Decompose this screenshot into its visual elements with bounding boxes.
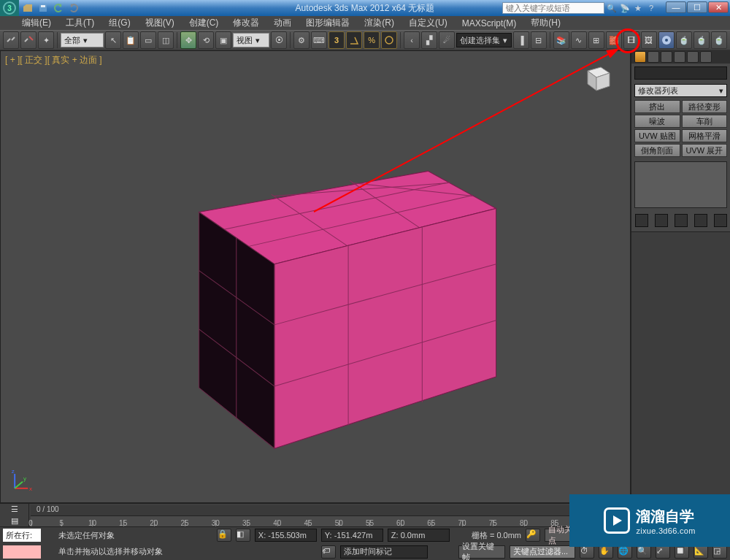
redo-icon[interactable] xyxy=(68,2,80,14)
manipulate-button[interactable]: ⚙ xyxy=(293,31,310,49)
material-editor-button[interactable]: 🧱 xyxy=(606,31,622,49)
menu-create[interactable]: 创建(C) xyxy=(185,17,223,29)
key-filters-button[interactable]: 关键点过滤器... xyxy=(510,545,575,559)
coord-z-field[interactable]: Z: 0.0mm xyxy=(388,529,450,542)
schematic-view-button[interactable]: ⊞ xyxy=(588,31,604,49)
tab-hierarchy[interactable] xyxy=(661,51,672,63)
help-search-input[interactable] xyxy=(502,2,604,14)
menu-edit[interactable]: 编辑(E) xyxy=(18,17,55,29)
render-setup-button[interactable]: 🎞 xyxy=(623,31,639,49)
percent-snap-button[interactable]: % xyxy=(364,31,380,49)
nav-pan-button[interactable]: ✋ xyxy=(599,545,613,559)
maximize-button[interactable]: ☐ xyxy=(687,1,707,13)
tab-create[interactable] xyxy=(634,51,646,63)
menu-animation[interactable]: 动画 xyxy=(269,17,296,29)
lock-selection-button[interactable]: 🔒 xyxy=(217,529,231,542)
teapot-last-button[interactable]: 🍵 xyxy=(711,31,727,49)
menu-customize[interactable]: 自定义(U) xyxy=(404,17,452,29)
mini-listener-button[interactable]: ☰ xyxy=(0,504,28,515)
align-button[interactable]: ☄ xyxy=(439,31,455,49)
select-region-button[interactable]: ▭ xyxy=(140,31,156,49)
nav-max-button[interactable]: ◲ xyxy=(712,545,727,559)
menu-group[interactable]: 组(G) xyxy=(104,17,134,29)
mirror-button[interactable]: ▞ xyxy=(421,31,437,49)
window-crossing-button[interactable]: ◫ xyxy=(158,31,174,49)
mod-btn-pathdeform[interactable]: 路径变形 xyxy=(682,100,728,113)
save-icon[interactable] xyxy=(37,2,49,14)
set-key-button[interactable]: 设置关键帧 xyxy=(458,545,505,559)
maxscript-listener-button[interactable]: ▤ xyxy=(0,515,28,527)
nav-region-button[interactable]: 🔲 xyxy=(675,545,689,559)
remove-mod-button[interactable] xyxy=(694,214,707,227)
mod-btn-meshsmooth[interactable]: 网格平滑 xyxy=(682,129,728,142)
viewcube-icon[interactable] xyxy=(579,60,615,96)
open-icon[interactable] xyxy=(22,2,34,14)
undo-icon[interactable] xyxy=(53,2,64,14)
tab-motion[interactable] xyxy=(674,51,685,63)
time-config-button[interactable]: ⏱ xyxy=(580,545,594,559)
search-icon[interactable]: 🔍 xyxy=(606,2,618,14)
keyboard-shortcut-button[interactable]: ⌨ xyxy=(311,31,327,49)
configure-sets-button[interactable] xyxy=(714,214,727,227)
menu-grapheditors[interactable]: 图形编辑器 xyxy=(301,17,354,29)
viewport[interactable]: [ + ][ 正交 ][ 真实 + 边面 ] xyxy=(0,50,631,503)
mod-btn-extrude[interactable]: 挤出 xyxy=(634,100,680,113)
named-sel-set-dropdown[interactable]: 创建选择集▾ xyxy=(456,33,512,47)
minimize-button[interactable]: — xyxy=(666,1,686,13)
select-object-button[interactable]: ↖ xyxy=(105,31,121,49)
scale-button[interactable]: ▣ xyxy=(215,31,231,49)
coord-y-field[interactable]: Y: -151.427m xyxy=(321,529,383,542)
modifier-stack[interactable] xyxy=(634,161,727,208)
time-tag-field[interactable]: 添加时间标记 xyxy=(340,545,428,559)
pin-stack-button[interactable] xyxy=(635,214,648,227)
nav-arc-button[interactable]: 🌐 xyxy=(618,545,632,559)
mirror2-button[interactable]: ▐ xyxy=(513,31,529,49)
menu-help[interactable]: 帮助(H) xyxy=(526,17,565,29)
nav-zoom-button[interactable]: 🔍 xyxy=(637,545,651,559)
mod-btn-bevelpro[interactable]: 倒角剖面 xyxy=(634,144,680,157)
ref-coord-dropdown[interactable]: 视图▾ xyxy=(233,33,269,47)
curve-editor-button[interactable]: ∿ xyxy=(571,31,587,49)
bind-spacewarp-button[interactable]: ✦ xyxy=(38,31,54,49)
mod-btn-lathe[interactable]: 车削 xyxy=(682,115,728,128)
link-button[interactable] xyxy=(3,31,19,49)
infocenter-icon[interactable]: 📡 xyxy=(619,2,631,14)
render-button[interactable] xyxy=(658,31,675,49)
key-mode-button[interactable]: 🔑 xyxy=(526,529,540,542)
close-button[interactable]: ✕ xyxy=(708,1,729,13)
select-by-name-button[interactable]: 📋 xyxy=(123,31,139,49)
unlink-button[interactable] xyxy=(20,31,36,49)
show-end-result-button[interactable] xyxy=(655,214,668,227)
mod-btn-uvwunwrap[interactable]: UVW 展开 xyxy=(682,144,728,157)
object-name-field[interactable] xyxy=(634,66,727,80)
menu-maxscript[interactable]: MAXScript(M) xyxy=(458,18,521,28)
app-menu-button[interactable]: 3 xyxy=(0,0,19,16)
spinner-snap-button[interactable] xyxy=(381,31,397,49)
time-tag-button[interactable]: 🏷 xyxy=(321,545,336,559)
rollup-area[interactable] xyxy=(631,231,730,503)
coord-x-field[interactable]: X: -155.503m xyxy=(255,529,317,542)
snap-toggle-button[interactable]: 3 xyxy=(328,31,345,49)
nav-fov-button[interactable]: 📐 xyxy=(694,545,708,559)
layer-manager-button[interactable]: 📚 xyxy=(553,31,569,49)
tab-display[interactable] xyxy=(687,51,699,63)
angle-snap-button[interactable] xyxy=(346,31,362,49)
favorite-icon[interactable]: ★ xyxy=(632,2,644,14)
listener-row-field[interactable]: 所在行: xyxy=(3,529,41,542)
render-frame-button[interactable]: 🖼 xyxy=(641,31,657,49)
nav-all-button[interactable]: ⤢ xyxy=(656,545,670,559)
move-button[interactable]: ✥ xyxy=(180,31,196,49)
teapot-preview-button[interactable]: 🍵 xyxy=(694,31,710,49)
menu-view[interactable]: 视图(V) xyxy=(141,17,179,29)
mod-btn-noise[interactable]: 噪波 xyxy=(634,115,680,128)
make-unique-button[interactable] xyxy=(675,214,688,227)
named-sel-prev-button[interactable]: ‹ xyxy=(404,31,420,49)
mod-btn-uvwmap[interactable]: UVW 贴图 xyxy=(634,129,680,142)
menu-rendering[interactable]: 渲染(R) xyxy=(360,17,399,29)
menu-tools[interactable]: 工具(T) xyxy=(61,17,99,29)
tab-modify[interactable] xyxy=(648,51,659,63)
teapot-render-button[interactable]: 🍵 xyxy=(676,31,692,49)
modifier-list-dropdown[interactable]: 修改器列表▾ xyxy=(634,84,727,97)
listener-macro-field[interactable] xyxy=(3,545,41,559)
selection-filter-dropdown[interactable]: 全部▾ xyxy=(61,33,104,47)
